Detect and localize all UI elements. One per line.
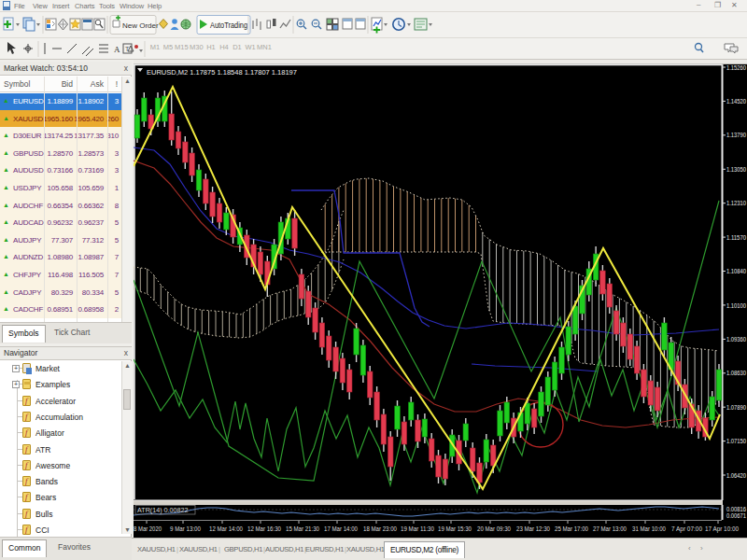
svg-text:9 Mar 13:00: 9 Mar 13:00 (170, 525, 201, 532)
svg-text:7 Apr 07:00: 7 Apr 07:00 (671, 525, 702, 533)
svg-text:1.12310: 1.12310 (726, 199, 746, 207)
svg-text:17 Apr 10:00: 17 Apr 10:00 (705, 525, 739, 533)
svg-text:0.00816: 0.00816 (726, 506, 746, 512)
svg-text:31 Mar 10:00: 31 Mar 10:00 (632, 525, 666, 532)
svg-text:AutoTrading: AutoTrading (210, 21, 247, 30)
svg-text:1.09360: 1.09360 (726, 335, 746, 343)
svg-text:1.15260: 1.15260 (726, 63, 746, 72)
svg-text:23 Mar 12:30: 23 Mar 12:30 (516, 525, 550, 532)
svg-text:15 Mar 21:30: 15 Mar 21:30 (286, 525, 319, 532)
svg-text:25 Mar 17:00: 25 Mar 17:00 (555, 525, 588, 532)
svg-text:ATR(14) 0.00822: ATR(14) 0.00822 (137, 506, 189, 514)
svg-text:12 Mar 16:30: 12 Mar 16:30 (247, 525, 281, 532)
svg-text:19 Mar 11:30: 19 Mar 11:30 (401, 525, 434, 532)
svg-text:1.13790: 1.13790 (726, 131, 746, 139)
svg-text:1.08630: 1.08630 (726, 369, 746, 377)
svg-text:1.13050: 1.13050 (726, 165, 746, 174)
svg-text:A: A (114, 45, 120, 54)
svg-text:1.07150: 1.07150 (726, 437, 746, 445)
svg-text:8 Mar 2020: 8 Mar 2020 (134, 525, 162, 532)
svg-text:20 Mar 09:30: 20 Mar 09:30 (477, 525, 511, 532)
svg-text:1.11570: 1.11570 (726, 233, 746, 242)
svg-text:1.14520: 1.14520 (726, 97, 746, 105)
svg-text:12 Mar 14:00: 12 Mar 14:00 (209, 525, 243, 532)
svg-text:EURUSD,M2 1.17875 1.18548 1.1: EURUSD,M2 1.17875 1.18548 1.17807 1.1819… (147, 68, 297, 77)
svg-text:New Order: New Order (122, 21, 159, 30)
svg-text:1.06420: 1.06420 (726, 471, 746, 480)
svg-text:1.07890: 1.07890 (726, 403, 746, 412)
svg-text:1.10100: 1.10100 (726, 301, 746, 310)
svg-text:17 Mar 14:00: 17 Mar 14:00 (324, 525, 358, 532)
svg-text:0.00671: 0.00671 (726, 512, 746, 519)
svg-text:18 Mar 23:00: 18 Mar 23:00 (363, 525, 397, 532)
svg-text:19 Mar 15:30: 19 Mar 15:30 (438, 525, 472, 532)
svg-text:1.10840: 1.10840 (726, 267, 746, 275)
svg-text:27 Mar 13:00: 27 Mar 13:00 (593, 525, 627, 532)
